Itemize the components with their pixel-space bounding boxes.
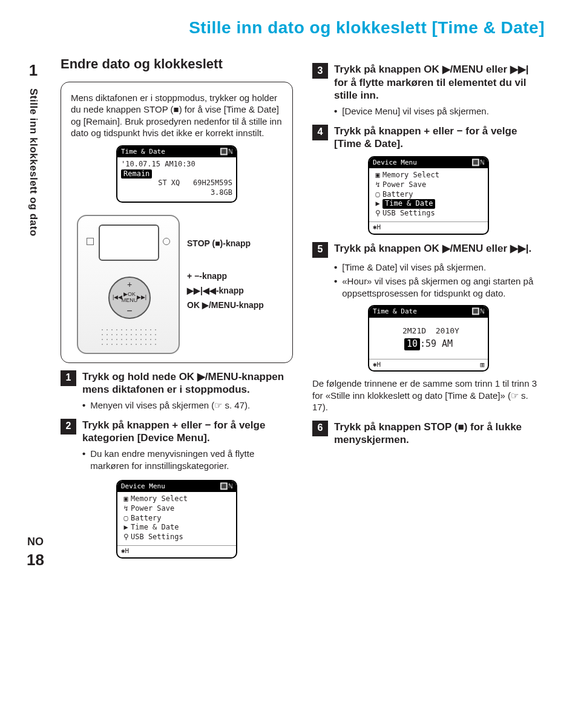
screen-status-icons: 🔳ℕ	[471, 307, 484, 316]
page-footer-marker: NO 18	[27, 535, 44, 571]
time-line: 10:59 AM	[369, 338, 488, 350]
step-5: 5 Trykk på knappen OK ▶/MENU eller ▶▶|.	[312, 242, 545, 258]
device-illustration-wrap: |◀◀ ▶OKMENU ▶▶| STOP (■)-knapp + −-knapp…	[71, 209, 283, 354]
step-bullet: Menyen vil vises på skjermen (☞ s. 47).	[82, 399, 293, 412]
step-text: Trykk på knappen OK ▶/MENU eller ▶▶| for…	[334, 63, 545, 102]
step-text: Trykk og hold nede OK ▶/MENU-knappen men…	[82, 370, 293, 396]
screen-status-icons: 🔳ℕ	[471, 159, 484, 167]
step-badge: 2	[61, 419, 76, 435]
callout-plusminus: + −-knapp	[187, 271, 283, 281]
chapter-number: 1	[29, 61, 38, 81]
footer-language: NO	[27, 535, 44, 549]
intro-box: Mens diktafonen er i stoppmodus, trykker…	[61, 82, 293, 363]
left-column: Endre dato og klokkeslett Mens diktafone…	[61, 56, 293, 564]
step-bullet: [Time & Date] vil vises på skjermen.	[334, 261, 545, 274]
step-text: Trykk på knappen + eller − for å velge k…	[82, 419, 293, 445]
menu-item-selected: ▶Time & Date	[373, 199, 484, 209]
device-lcd-icon	[99, 225, 159, 261]
step-4: 4 Trykk på knappen + eller − for å velge…	[312, 125, 545, 151]
lcd-screen-time-date: Time & Date 🔳ℕ '10.07.15 AM10:30 Remain …	[116, 145, 237, 203]
content-columns: Endre dato og klokkeslett Mens diktafone…	[61, 56, 545, 564]
screen-status-icons: 🔳ℕ	[220, 148, 232, 156]
page-title: Stille inn dato og klokkeslett [Time & D…	[61, 17, 545, 39]
menu-item: ▶Time & Date	[121, 523, 232, 533]
step-2: 2 Trykk på knappen + eller − for å velge…	[61, 419, 293, 445]
lcd-screen-time-date-edit: Time & Date 🔳ℕ 2M21D 2010Y 10:59 AM ✱H▥	[368, 305, 489, 372]
menu-item: ▣Memory Select	[373, 171, 484, 180]
callout-ffrw: ▶▶|◀◀-knapp	[187, 285, 283, 296]
date-line: 2M21D 2010Y	[369, 326, 488, 336]
chapter-sidebar: 1 Stille inn klokkeslett og dato	[27, 61, 40, 236]
step-badge: 5	[312, 242, 328, 258]
callout-labels: STOP (■)-knapp + −-knapp ▶▶|◀◀-knapp OK …	[187, 209, 283, 315]
screen-line: 3.8GB	[121, 188, 232, 198]
dpad-icon: |◀◀ ▶OKMENU ▶▶|	[108, 277, 151, 319]
screen-title: Device Menu	[121, 482, 165, 491]
menu-item: ⚲USB Settings	[373, 209, 484, 218]
step-badge: 4	[312, 125, 328, 140]
step-badge: 6	[312, 421, 328, 436]
manual-page: 1 Stille inn klokkeslett og dato NO 18 S…	[0, 0, 581, 589]
section-heading: Endre dato og klokkeslett	[61, 56, 293, 73]
screen-title: Device Menu	[373, 159, 417, 167]
intro-text: Mens diktafonen er i stoppmodus, trykker…	[71, 92, 283, 139]
menu-item: ↯Power Save	[121, 504, 232, 514]
rec-button-icon	[163, 238, 170, 245]
continuation-note: De følgende trinnene er de samme som tri…	[312, 378, 545, 413]
step-badge: 3	[312, 63, 328, 79]
footer-page-number: 18	[27, 550, 44, 571]
menu-item: ▢Battery	[121, 514, 232, 523]
menu-item: ↯Power Save	[373, 180, 484, 190]
step-6: 6 Trykk på knappen STOP (■) for å lukke …	[312, 421, 545, 447]
screen-status-icons: 🔳ℕ	[220, 482, 232, 491]
step-bullet: Du kan endre menyvisningen ved å flytte …	[82, 448, 293, 471]
screen-line: '10.07.15 AM10:30	[121, 160, 232, 169]
menu-item: ▢Battery	[373, 190, 484, 200]
step-text: Trykk på knappen + eller − for å velge […	[334, 125, 545, 151]
menu-item: ▣Memory Select	[121, 494, 232, 504]
sidebar-label: Stille inn klokkeslett og dato	[27, 88, 40, 237]
menu-item: ⚲USB Settings	[121, 533, 232, 542]
screen-line: ST XQ 69H25M59S	[121, 179, 232, 188]
step-3: 3 Trykk på knappen OK ▶/MENU eller ▶▶| f…	[312, 63, 545, 102]
screen-remain-label: Remain	[121, 169, 152, 179]
screen-title: Time & Date	[373, 307, 417, 316]
step-text: Trykk på knappen OK ▶/MENU eller ▶▶|.	[334, 242, 531, 255]
callout-okmenu: OK ▶/MENU-knapp	[187, 300, 283, 310]
lcd-screen-device-menu: Device Menu 🔳ℕ ▣Memory Select ↯Power Sav…	[368, 156, 489, 235]
step-bullet: «Hour» vil vises på skjermen og angi sta…	[334, 275, 545, 299]
step-text: Trykk på knappen STOP (■) for å lukke me…	[334, 421, 545, 447]
speaker-grille-icon	[100, 327, 158, 346]
right-column: 3 Trykk på knappen OK ▶/MENU eller ▶▶| f…	[312, 56, 545, 564]
screen-title: Time & Date	[121, 148, 165, 156]
callout-stop: STOP (■)-knapp	[187, 238, 283, 249]
step-bullet: [Device Menu] vil vises på skjermen.	[334, 105, 545, 117]
step-1: 1 Trykk og hold nede OK ▶/MENU-knappen m…	[61, 370, 293, 396]
lcd-screen-device-menu-bottom: Device Menu 🔳ℕ ▣Memory Select ↯Power Sav…	[116, 480, 237, 559]
stop-button-icon	[87, 238, 94, 245]
step-badge: 1	[61, 370, 76, 386]
device-illustration: |◀◀ ▶OKMENU ▶▶|	[77, 215, 180, 354]
